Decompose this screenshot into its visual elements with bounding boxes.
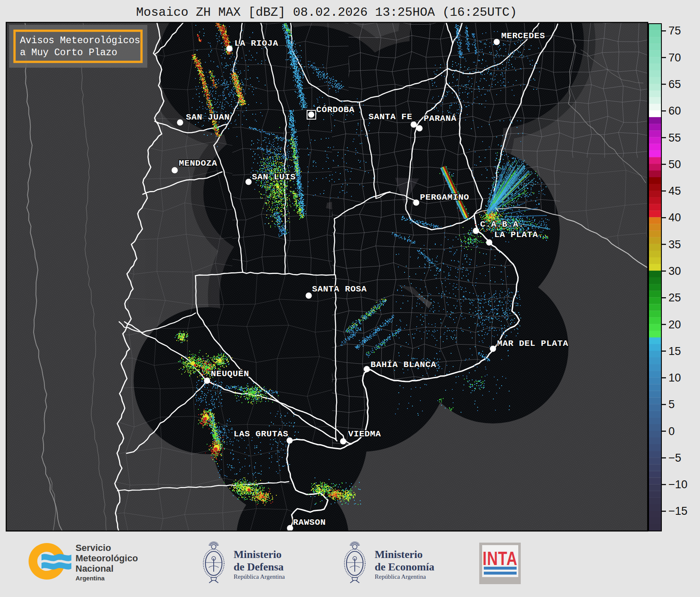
svg-text:PERGAMINO: PERGAMINO	[420, 193, 469, 202]
svg-text:−15: −15	[668, 505, 688, 517]
svg-text:40: 40	[668, 211, 681, 224]
svg-text:NEUQUÉN: NEUQUÉN	[211, 369, 249, 379]
svg-text:SAN JUAN: SAN JUAN	[186, 113, 230, 122]
svg-text:LA RIOJA: LA RIOJA	[234, 39, 278, 48]
svg-text:SANTA ROSA: SANTA ROSA	[312, 284, 367, 294]
svg-text:45: 45	[668, 185, 681, 197]
svg-text:75: 75	[668, 24, 681, 37]
svg-text:25: 25	[668, 291, 681, 304]
svg-text:LAS GRUTAS: LAS GRUTAS	[234, 429, 288, 439]
svg-text:55: 55	[668, 132, 681, 144]
svg-text:PARANÁ: PARANÁ	[424, 114, 456, 123]
svg-text:de Economía: de Economía	[375, 561, 434, 573]
svg-text:BAHÍA BLANCA: BAHÍA BLANCA	[371, 360, 436, 369]
svg-text:20: 20	[668, 318, 681, 331]
svg-text:70: 70	[668, 51, 681, 64]
svg-text:0: 0	[668, 425, 675, 438]
svg-text:−10: −10	[668, 478, 688, 491]
svg-text:Avisos Meteorológicos: Avisos Meteorológicos	[20, 35, 140, 46]
svg-text:República Argentina: República Argentina	[375, 573, 426, 580]
svg-text:10: 10	[668, 372, 681, 384]
svg-text:Mosaico ZH MAX [dBZ] 08.02.202: Mosaico ZH MAX [dBZ] 08.02.2026 13:25HOA…	[136, 5, 517, 20]
svg-text:Servicio: Servicio	[76, 543, 111, 553]
svg-text:MENDOZA: MENDOZA	[179, 159, 217, 168]
svg-text:República Argentina: República Argentina	[234, 573, 285, 580]
svg-text:SAN LUIS: SAN LUIS	[252, 172, 296, 182]
svg-text:INTA: INTA	[483, 548, 517, 569]
svg-text:Argentina: Argentina	[76, 575, 105, 582]
svg-text:15: 15	[668, 345, 681, 357]
svg-text:LA PLATA: LA PLATA	[494, 230, 538, 240]
svg-text:a Muy Corto Plazo: a Muy Corto Plazo	[20, 47, 117, 58]
svg-text:MERCEDES: MERCEDES	[501, 31, 545, 41]
svg-text:MAR DEL PLATA: MAR DEL PLATA	[497, 339, 568, 348]
svg-text:30: 30	[668, 265, 681, 277]
svg-text:Meteorológico: Meteorológico	[76, 553, 138, 563]
svg-text:SANTA FE: SANTA FE	[368, 112, 412, 122]
svg-text:RAWSON: RAWSON	[293, 518, 326, 527]
svg-text:Ministerio: Ministerio	[375, 548, 423, 560]
svg-text:VIEDMA: VIEDMA	[348, 429, 381, 439]
svg-text:60: 60	[668, 105, 681, 117]
svg-text:35: 35	[668, 238, 681, 251]
svg-text:50: 50	[668, 158, 681, 171]
svg-text:5: 5	[668, 398, 675, 411]
svg-text:CÓRDOBA: CÓRDOBA	[316, 105, 354, 115]
svg-text:Ministerio: Ministerio	[234, 548, 282, 560]
svg-text:C.A.B.A.: C.A.B.A.	[480, 220, 524, 229]
svg-text:65: 65	[668, 78, 681, 91]
svg-text:de Defensa: de Defensa	[234, 561, 284, 573]
svg-text:−5: −5	[668, 452, 681, 464]
svg-text:Nacional: Nacional	[76, 563, 114, 574]
